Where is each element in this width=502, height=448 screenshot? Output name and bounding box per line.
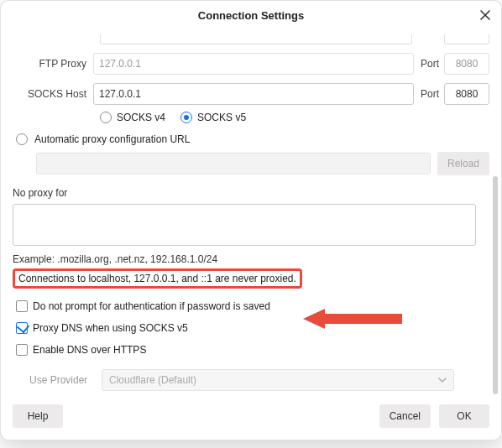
- dialog-title: Connection Settings: [198, 9, 304, 22]
- no-proxy-example: Example: .mozilla.org, .net.nz, 192.168.…: [13, 253, 489, 265]
- auto-pac-radio[interactable]: Automatic proxy configuration URL: [16, 133, 489, 145]
- help-button[interactable]: Help: [13, 404, 63, 428]
- ftp-host-input[interactable]: [93, 53, 414, 75]
- no-proxy-label: No proxy for: [13, 187, 489, 199]
- socks-port-label: Port: [421, 88, 439, 100]
- close-button[interactable]: [478, 8, 493, 23]
- pac-url-input: [36, 153, 431, 175]
- dialog-footer: Help Cancel OK: [13, 404, 489, 428]
- ok-button[interactable]: OK: [439, 404, 489, 428]
- checkbox-icon: [16, 300, 28, 312]
- radio-icon: [180, 112, 192, 123]
- close-icon: [480, 10, 490, 20]
- socks-v5-label: SOCKS v5: [197, 112, 246, 123]
- provider-select: Cloudflare (Default): [102, 369, 454, 391]
- proxy-dns-label: Proxy DNS when using SOCKS v5: [33, 322, 188, 334]
- cancel-button[interactable]: Cancel: [379, 404, 431, 428]
- checkbox-icon: [16, 344, 28, 356]
- radio-icon: [100, 112, 112, 123]
- chevron-down-icon: [438, 376, 447, 384]
- socks-v4-label: SOCKS v4: [117, 112, 165, 123]
- doh-provider-row: Use Provider Cloudflare (Default): [29, 369, 489, 391]
- localhost-note-text: Connections to localhost, 127.0.0.1, and…: [18, 273, 296, 284]
- socks-v4-radio[interactable]: SOCKS v4: [100, 112, 165, 123]
- proxy-dns-checkbox[interactable]: Proxy DNS when using SOCKS v5: [16, 322, 489, 334]
- enable-doh-label: Enable DNS over HTTPS: [33, 344, 146, 356]
- socks-host-input[interactable]: [93, 83, 414, 105]
- checkbox-icon: [16, 322, 28, 334]
- titlebar: Connection Settings: [1, 1, 501, 29]
- no-auth-prompt-label: Do not prompt for authentication if pass…: [33, 300, 270, 312]
- scrollbar[interactable]: [493, 176, 498, 394]
- reload-button: Reload: [437, 152, 489, 175]
- radio-icon: [16, 133, 28, 145]
- no-auth-prompt-checkbox[interactable]: Do not prompt for authentication if pass…: [16, 300, 489, 312]
- socks-port-input[interactable]: [444, 83, 489, 105]
- ftp-port-input[interactable]: [444, 53, 489, 75]
- provider-label: Use Provider: [29, 374, 95, 386]
- provider-selected-value: Cloudflare (Default): [109, 374, 196, 386]
- auto-pac-label: Automatic proxy configuration URL: [34, 133, 190, 145]
- connection-settings-dialog: Connection Settings FTP Proxy Port SOCKS…: [0, 0, 502, 440]
- socks-host-label: SOCKS Host: [13, 88, 93, 100]
- options-group: Do not prompt for authentication if pass…: [16, 300, 489, 391]
- socks-v5-radio[interactable]: SOCKS v5: [180, 112, 246, 123]
- localhost-note-highlight: Connections to localhost, 127.0.0.1, and…: [13, 268, 302, 289]
- partial-previous-row: [13, 29, 489, 44]
- pac-url-row: Reload: [36, 152, 489, 175]
- ftp-proxy-row: FTP Proxy Port: [13, 53, 489, 75]
- enable-doh-checkbox[interactable]: Enable DNS over HTTPS: [16, 344, 489, 356]
- ftp-proxy-label: FTP Proxy: [13, 58, 93, 70]
- ftp-port-label: Port: [421, 58, 439, 70]
- socks-host-row: SOCKS Host Port: [13, 83, 489, 105]
- no-proxy-textarea[interactable]: [13, 204, 476, 246]
- socks-version-group: SOCKS v4 SOCKS v5: [100, 112, 489, 123]
